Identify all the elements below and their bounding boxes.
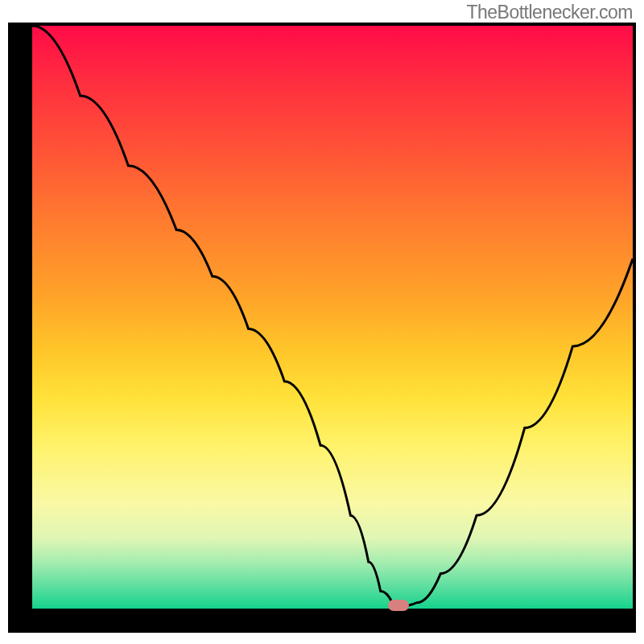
watermark-text: TheBottleneсker.com	[466, 2, 633, 23]
optimum-marker	[388, 600, 409, 611]
curve-svg	[32, 26, 633, 609]
bottleneck-curve-path	[32, 26, 633, 605]
chart-frame: TheBottleneсker.com	[0, 0, 644, 644]
plot-border	[8, 23, 636, 633]
plot-area	[32, 26, 633, 609]
